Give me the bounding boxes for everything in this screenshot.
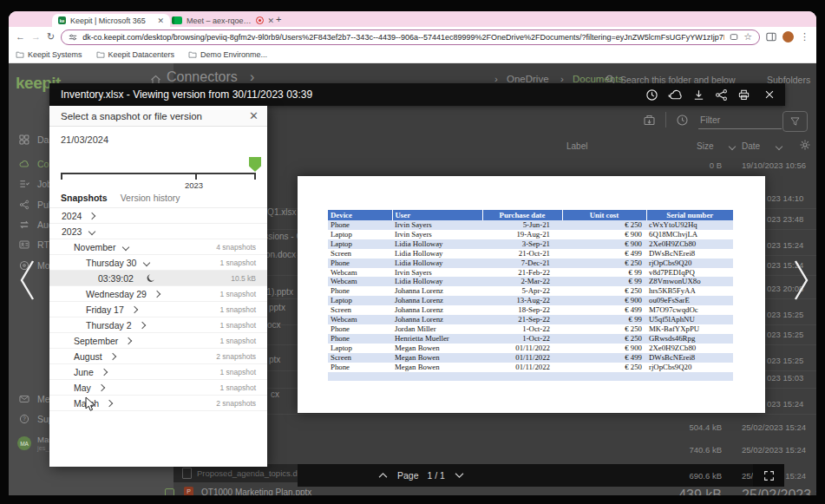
snapshot-tree-row[interactable]: Thursday 30 1 snapshot	[49, 255, 267, 271]
share-icon[interactable]	[715, 88, 728, 101]
tab-meet[interactable]: Meet – aex-rqoe-imn ✕	[168, 14, 278, 27]
sheet-cell: € 250	[562, 286, 646, 296]
file-size: 439 kB	[651, 488, 722, 495]
timeline-handle[interactable]	[249, 157, 261, 172]
bookmark-folder[interactable]: Demo Environme...	[188, 50, 267, 59]
timeline-year-label: 2023	[185, 180, 203, 190]
snapshot-tree-row[interactable]: November 4 snapshots	[49, 239, 267, 255]
site-info-icon[interactable]	[69, 33, 77, 42]
version-history-icon[interactable]	[645, 88, 658, 101]
folder-icon	[96, 51, 105, 58]
snapshot-tree-row[interactable]: September 1 snapshot	[49, 333, 267, 349]
sheet-cell: € 250	[562, 363, 646, 372]
tree-row-count: 4 snapshots	[216, 243, 256, 252]
menu-icon[interactable]: ⋮	[800, 32, 809, 42]
tree-row-count: 2 snapshots	[216, 399, 256, 408]
fullscreen-button[interactable]	[753, 464, 784, 487]
page-label: Page	[397, 470, 419, 481]
file-row-selected[interactable]: Proposed_agenda_topics.docx	[174, 464, 306, 482]
snapshot-tree-row[interactable]: Friday 17 1 snapshot	[49, 302, 267, 317]
snapshot-tree-row[interactable]: May 1 snapshot	[49, 380, 267, 396]
bookmark-folder[interactable]: Keepit Datacenters	[96, 50, 175, 59]
close-preview-icon[interactable]	[763, 88, 776, 101]
sheet-cell: 2-Mar-22	[482, 277, 562, 286]
back-icon[interactable]: ←	[16, 32, 25, 42]
previous-file-button[interactable]	[17, 258, 36, 303]
snapshot-tree-row[interactable]: Thursday 2 1 snapshot	[49, 317, 267, 333]
filter-input[interactable]: Filter	[700, 115, 720, 125]
print-icon[interactable]	[737, 88, 750, 101]
sheet-cell: Webcam	[328, 268, 392, 278]
close-panel-icon[interactable]: ✕	[249, 110, 259, 121]
page-value: 1 / 1	[428, 470, 445, 481]
snapshot-tree-row[interactable]: March 2 snapshots	[49, 396, 267, 411]
sidebar-item-support[interactable]: ? Sup	[19, 414, 54, 424]
tree-row-label: Friday 17	[86, 304, 124, 315]
snapshot-tree-row[interactable]: 03:39:02 10.5 kB	[49, 271, 267, 286]
spreadsheet-table: DeviceUserPurchase dateUnit costSerial n…	[328, 210, 733, 381]
sheet-cell: Lidia Holloway	[392, 249, 482, 259]
snapshot-tree-row[interactable]: 2024	[49, 208, 267, 224]
page-down-icon[interactable]	[454, 472, 465, 479]
filter-funnel-button[interactable]	[782, 111, 808, 132]
sheet-cell: 21-Feb-22	[482, 268, 562, 278]
file-size: 690.6 kB	[651, 471, 722, 481]
split-view-icon[interactable]	[766, 32, 776, 42]
timeline-track[interactable]	[61, 173, 256, 174]
column-header-size[interactable]: Size	[697, 141, 713, 151]
restore-cloud-icon[interactable]	[668, 88, 683, 101]
bookmark-star-icon[interactable]: ☆	[743, 32, 752, 42]
snapshot-tree-row[interactable]: Wednesday 29 1 snapshot	[49, 286, 267, 302]
sidebar-item-public[interactable]: Pub	[19, 200, 54, 210]
sheet-column-header: Device	[328, 210, 392, 220]
sheet-cell: € 250	[562, 259, 646, 268]
sheet-cell: € 250	[562, 220, 646, 230]
snapshot-tree-row[interactable]: June 1 snapshot	[49, 364, 267, 380]
page-action-icon[interactable]	[730, 33, 738, 42]
sheet-empty-row	[328, 372, 733, 381]
sheet-cell: DWsBcNErei8	[646, 249, 733, 259]
column-header-date[interactable]: Date	[742, 141, 760, 151]
envelope-icon	[19, 394, 29, 404]
file-size: 740.6 kB	[651, 445, 722, 455]
sheet-cell: Phone	[328, 286, 392, 296]
column-header-label[interactable]: Label	[566, 141, 587, 151]
spreadsheet-header-row: DeviceUserPurchase dateUnit costSerial n…	[328, 210, 733, 220]
sheet-cell: Johanna Lorenz	[392, 286, 482, 296]
sidebar-item-audit[interactable]: Aud	[19, 219, 54, 230]
close-tab-icon[interactable]: ✕	[267, 16, 274, 25]
file-date: 25/02/2023 15:24	[742, 445, 806, 455]
checkbox[interactable]	[165, 488, 174, 495]
chevron-icon	[125, 337, 132, 344]
snapshot-tree-row[interactable]: 2023	[49, 224, 267, 239]
tree-row-label: November	[74, 242, 115, 252]
sidebar-item-job-monitor[interactable]: Job	[19, 179, 52, 189]
file-date: 023 15:25	[767, 330, 803, 339]
address-bar[interactable]: dk-co.keepit.com/desktop/browsing/peviiq…	[61, 29, 760, 45]
sheet-cell: 6Q18MChvjLA	[646, 230, 733, 239]
gear-icon[interactable]	[799, 139, 811, 151]
restore-icon[interactable]	[643, 114, 656, 127]
sheet-column-header: User	[392, 210, 482, 220]
sheet-row: WebcamIrvin Sayers21-Feb-22€ 99v8d7PEDIq…	[328, 268, 733, 278]
file-name: Proposed_agenda_topics.docx	[197, 468, 306, 478]
reload-icon[interactable]: ↻	[47, 32, 55, 42]
file-preview: DeviceUserPurchase dateUnit costSerial n…	[298, 176, 765, 413]
close-tab-icon[interactable]: ✕	[157, 16, 164, 25]
sheet-cell: Megan Bowen	[392, 344, 482, 353]
bookmark-folder[interactable]: Keepit Systems	[16, 50, 82, 59]
history-clock-icon[interactable]	[676, 114, 689, 127]
tab-keepit[interactable]: ke Keepit | Microsoft 365 ✕	[52, 14, 170, 27]
tab-version-history[interactable]: Version history	[121, 193, 180, 203]
sidebar-item-dashboard[interactable]: Das	[19, 134, 54, 145]
tab-snapshots[interactable]: Snapshots	[61, 193, 108, 203]
download-icon[interactable]	[692, 88, 705, 101]
next-file-button[interactable]	[792, 258, 811, 303]
moon-icon	[146, 273, 155, 283]
tree-row-label: September	[74, 336, 118, 346]
forward-icon[interactable]: →	[31, 32, 41, 42]
profile-avatar[interactable]	[782, 31, 794, 43]
new-tab-button[interactable]: +	[276, 14, 281, 24]
page-up-icon[interactable]	[377, 472, 389, 479]
snapshot-tree-row[interactable]: August 2 snapshots	[49, 349, 267, 364]
